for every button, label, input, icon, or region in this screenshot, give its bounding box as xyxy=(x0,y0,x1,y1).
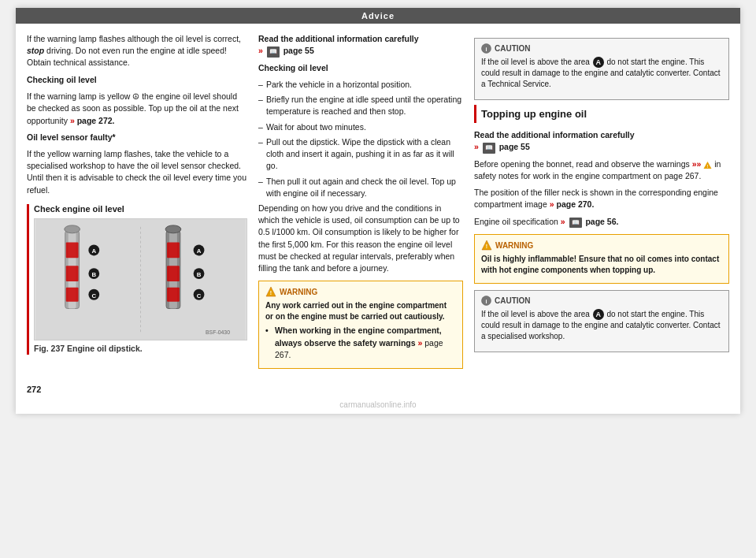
watermark: carmanualsonline.info xyxy=(16,400,740,414)
right-caution-top: i CAUTION If the oil level is above the … xyxy=(474,38,729,100)
list-item: Then pull it out again and check the oil… xyxy=(258,176,463,199)
mid-warning-bullet-bold: When working in the engine compartment, … xyxy=(275,326,442,347)
intro-text: If the warning lamp flashes although the… xyxy=(27,33,247,69)
svg-rect-19 xyxy=(167,288,180,302)
content-area: If the warning lamp flashes although the… xyxy=(16,24,740,381)
advice-header: Advice xyxy=(16,8,740,24)
mid-read-heading: Read the additional information carefull… xyxy=(258,34,419,43)
right-caution-bottom: i CAUTION If the oil level is above the … xyxy=(474,290,729,352)
topping-title: Topping up engine oil xyxy=(481,108,724,120)
svg-text:C: C xyxy=(197,292,202,299)
arrows-left: » xyxy=(70,116,75,125)
svg-text:C: C xyxy=(91,292,96,299)
mid-warning-bullets: When working in the engine compartment, … xyxy=(265,325,456,361)
svg-point-16 xyxy=(165,225,181,233)
dipstick-svg: A B C xyxy=(35,219,246,340)
caution-bottom-circle-icon: i xyxy=(481,296,491,306)
area-a-label-bottom: A xyxy=(593,309,604,320)
svg-text:!: ! xyxy=(270,290,272,296)
right-read-info: Read the additional information carefull… xyxy=(474,129,729,154)
mid-warning-header: ! WARNING xyxy=(265,286,456,297)
right-warning-box: ! WARNING Oil is highly inflammable! Ens… xyxy=(474,234,729,284)
topping-box: Topping up engine oil xyxy=(474,105,729,123)
spec-book-icon: 📖 xyxy=(569,218,582,229)
svg-text:A: A xyxy=(197,247,202,255)
sensor-heading: Oil level sensor faulty* xyxy=(27,132,247,143)
page: Advice If the warning lamp flashes altho… xyxy=(16,8,740,414)
svg-text:B: B xyxy=(91,271,96,278)
checking-heading-left: Checking oil level xyxy=(27,74,247,86)
engine-diagram: A B C xyxy=(34,218,247,340)
warning-inline-icon: ! xyxy=(703,161,712,169)
svg-text:B: B xyxy=(197,271,202,278)
mid-arrows: » xyxy=(258,46,263,55)
svg-text:i: i xyxy=(486,299,487,304)
list-item: Pull out the dipstick. Wipe the dipstick… xyxy=(258,136,463,173)
before-text: Before opening the bonnet, read and obse… xyxy=(474,158,729,182)
right-caution-top-title: CAUTION xyxy=(495,44,531,53)
fig-caption: Fig. 237 Engine oil dipstick. xyxy=(34,343,247,355)
col-mid: Read the additional information carefull… xyxy=(258,33,463,375)
right-warning-header: ! WARNING xyxy=(481,240,722,251)
stop-word: stop xyxy=(27,46,44,55)
list-item: Wait for about two minutes. xyxy=(258,121,463,133)
svg-text:!: ! xyxy=(486,244,487,249)
right-arrows: » xyxy=(474,142,479,151)
svg-rect-4 xyxy=(66,266,79,281)
right-caution-top-header: i CAUTION xyxy=(481,43,722,54)
mid-warning-title: WARNING xyxy=(280,288,317,296)
mid-warning-box: ! WARNING Any work carried out in the en… xyxy=(258,281,463,369)
right-read-page: page 55 xyxy=(499,142,530,151)
spec-text: Engine oil specification » 📖 page 56. xyxy=(474,216,729,229)
right-warning-title: WARNING xyxy=(495,241,533,250)
sensor-text: If the yellow warning lamp flashes, take… xyxy=(27,148,247,196)
svg-rect-3 xyxy=(66,243,79,259)
right-caution-bottom-title: CAUTION xyxy=(495,296,531,305)
list-item: Park the vehicle in a horizontal positio… xyxy=(258,79,463,91)
checking-page-left: page 272. xyxy=(77,116,115,125)
col-left: If the warning lamp flashes although the… xyxy=(27,33,247,375)
fig-text: Engine oil dipstick. xyxy=(67,344,143,353)
mid-warning-line1: Any work carried out in the engine compa… xyxy=(265,300,456,322)
right-read-heading: Read the additional information carefull… xyxy=(474,130,635,140)
page-number: 272 xyxy=(16,381,740,400)
mid-checking-heading: Checking oil level xyxy=(258,62,463,74)
svg-rect-18 xyxy=(167,266,180,281)
right-caution-bottom-text: If the oil level is above the area A do … xyxy=(481,309,722,342)
right-warning-triangle-icon: ! xyxy=(481,240,492,251)
right-caution-bottom-header: i CAUTION xyxy=(481,296,722,306)
right-warning-text: Oil is highly inflammable! Ensure that n… xyxy=(481,254,722,276)
check-box-title: Check engine oil level xyxy=(34,204,247,214)
mid-read-page: page 55 xyxy=(284,46,314,55)
check-engine-box: Check engine oil level xyxy=(27,204,247,355)
fig-label: Fig. 237 xyxy=(34,344,65,353)
position-text: The position of the filler neck is shown… xyxy=(474,187,729,210)
right-caution-top-text: If the oil level is above the area A do … xyxy=(481,57,722,90)
page-wrapper: Advice If the warning lamp flashes altho… xyxy=(0,0,756,558)
mid-warning-triangle-icon: ! xyxy=(265,286,276,297)
mid-book-icon: 📖 xyxy=(267,46,280,58)
checking-text-left: If the warning lamp is yellow ☮ the engi… xyxy=(27,91,247,127)
svg-rect-17 xyxy=(167,243,180,259)
mid-dash-list: Park the vehicle in a horizontal positio… xyxy=(258,79,463,199)
svg-text:BSF-0430: BSF-0430 xyxy=(206,329,230,335)
caution-circle-icon: i xyxy=(481,43,491,54)
advice-title: Advice xyxy=(361,11,395,20)
caution-top-pre: If the oil level is above the area xyxy=(481,58,592,66)
right-book-icon: 📖 xyxy=(483,143,495,154)
area-a-label: A xyxy=(593,57,604,68)
svg-text:A: A xyxy=(91,247,96,255)
svg-text:i: i xyxy=(486,46,487,52)
mid-read-info: Read the additional information carefull… xyxy=(258,33,463,58)
svg-rect-5 xyxy=(66,288,79,302)
svg-point-6 xyxy=(65,225,80,233)
col-right: i CAUTION If the oil level is above the … xyxy=(474,33,729,375)
depending-text: Depending on how you drive and the condi… xyxy=(258,203,463,274)
list-item: Briefly run the engine at idle speed unt… xyxy=(258,94,463,117)
mid-warning-bullet: When working in the engine compartment, … xyxy=(265,325,456,361)
